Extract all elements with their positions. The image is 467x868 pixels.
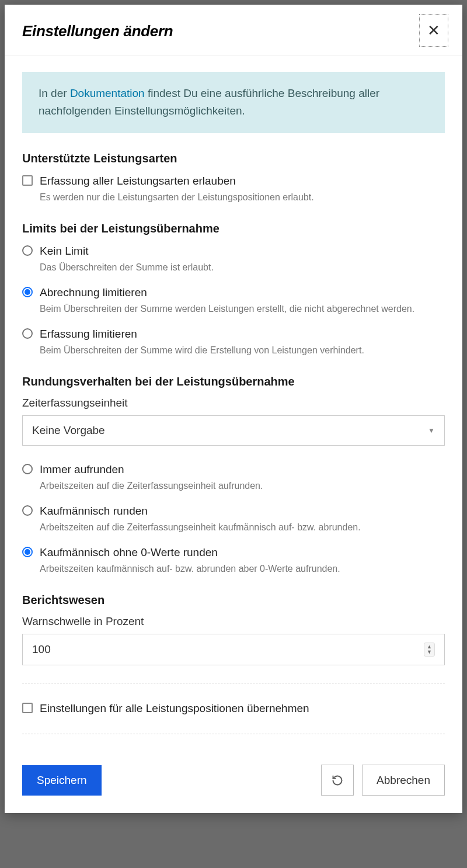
info-callout: In der Dokumentation findest Du eine aus… — [22, 72, 445, 133]
option-commercial-round[interactable]: Kaufmännisch runden Arbeitszeiten auf di… — [22, 504, 445, 534]
option-label: Kaufmännisch runden — [40, 504, 445, 519]
chevron-down-icon: ▼ — [428, 426, 435, 435]
option-commercial-no-zero[interactable]: Kaufmännisch ohne 0-Werte runden Arbeits… — [22, 545, 445, 576]
modal-title: Einstellungen ändern — [22, 16, 173, 55]
radio-commercial-round[interactable] — [22, 505, 33, 516]
close-icon: ✕ — [427, 22, 440, 40]
option-desc: Beim Überschreiten der Summe werden Leis… — [40, 303, 445, 315]
threshold-value: 100 — [32, 643, 51, 656]
divider — [22, 683, 445, 683]
section-rounding: Rundungsverhalten bei der Leistungsübern… — [22, 375, 445, 576]
radio-always-round-up[interactable] — [22, 464, 33, 474]
radio-limit-entry[interactable] — [22, 328, 33, 339]
close-button[interactable]: ✕ — [419, 14, 448, 47]
radio-no-limit[interactable] — [22, 245, 33, 256]
option-always-round-up[interactable]: Immer aufrunden Arbeitszeiten auf die Ze… — [22, 462, 445, 493]
option-desc: Arbeitszeiten auf die Zeiterfassungseinh… — [40, 480, 445, 492]
option-desc: Beim Überschreiten der Summe wird die Er… — [40, 344, 445, 357]
option-limit-entry[interactable]: Erfassung limitieren Beim Überschreiten … — [22, 327, 445, 357]
modal-body: In der Dokumentation findest Du eine aus… — [5, 55, 462, 758]
section-title: Limits bei der Leistungsübernahme — [22, 222, 445, 235]
section-title: Unterstützte Leistungsarten — [22, 152, 445, 165]
radio-commercial-no-zero[interactable] — [22, 547, 33, 557]
info-text-prefix: In der — [39, 87, 70, 99]
option-limit-billing[interactable]: Abrechnung limitieren Beim Überschreiten… — [22, 285, 445, 316]
option-allow-all-types[interactable]: Erfassung aller Leistungsarten erlauben … — [22, 173, 445, 204]
save-button[interactable]: Speichern — [22, 765, 102, 796]
divider — [22, 734, 445, 734]
documentation-link[interactable]: Dokumentation — [70, 87, 145, 99]
option-label: Erfassung aller Leistungsarten erlauben — [40, 173, 445, 189]
threshold-input[interactable]: 100 ▲ ▼ — [22, 634, 445, 665]
threshold-label: Warnschwelle in Prozent — [22, 615, 445, 628]
section-title: Rundungsverhalten bei der Leistungsübern… — [22, 375, 445, 388]
option-label: Kein Limit — [40, 244, 445, 259]
section-title: Berichtswesen — [22, 593, 445, 607]
option-desc: Das Überschreiten der Summe ist erlaubt. — [40, 261, 445, 274]
option-desc: Es werden nur die Leistungsarten der Lei… — [40, 191, 445, 204]
time-unit-select[interactable]: Keine Vorgabe ▼ — [22, 415, 445, 446]
option-label: Kaufmännisch ohne 0-Werte runden — [40, 545, 445, 561]
checkbox-apply-all[interactable] — [22, 703, 33, 713]
section-supported-types: Unterstützte Leistungsarten Erfassung al… — [22, 152, 445, 204]
select-value: Keine Vorgabe — [32, 424, 105, 437]
modal-footer: Speichern Abbrechen — [5, 758, 462, 813]
time-unit-label: Zeiterfassungseinheit — [22, 397, 445, 409]
option-label: Einstellungen für alle Leistungsposition… — [40, 701, 445, 717]
reset-button[interactable] — [321, 765, 354, 796]
modal-header: Einstellungen ändern ✕ — [5, 5, 462, 55]
option-desc: Arbeitszeiten kaufmännisch auf- bzw. abr… — [40, 563, 445, 575]
option-label: Abrechnung limitieren — [40, 285, 445, 301]
option-desc: Arbeitszeiten auf die Zeiterfassungseinh… — [40, 521, 445, 534]
option-apply-all[interactable]: Einstellungen für alle Leistungsposition… — [22, 701, 445, 717]
stepper-down-icon[interactable]: ▼ — [427, 650, 432, 655]
option-label: Erfassung limitieren — [40, 327, 445, 342]
number-stepper[interactable]: ▲ ▼ — [424, 643, 435, 657]
option-label: Immer aufrunden — [40, 462, 445, 478]
option-no-limit[interactable]: Kein Limit Das Überschreiten der Summe i… — [22, 244, 445, 275]
undo-icon — [332, 775, 343, 786]
checkbox-allow-all[interactable] — [22, 175, 33, 186]
cancel-button[interactable]: Abbrechen — [362, 765, 445, 796]
section-reporting: Berichtswesen Warnschwelle in Prozent 10… — [22, 593, 445, 665]
settings-modal: Einstellungen ändern ✕ In der Dokumentat… — [5, 5, 462, 813]
radio-limit-billing[interactable] — [22, 287, 33, 297]
section-limits: Limits bei der Leistungsübernahme Kein L… — [22, 222, 445, 357]
